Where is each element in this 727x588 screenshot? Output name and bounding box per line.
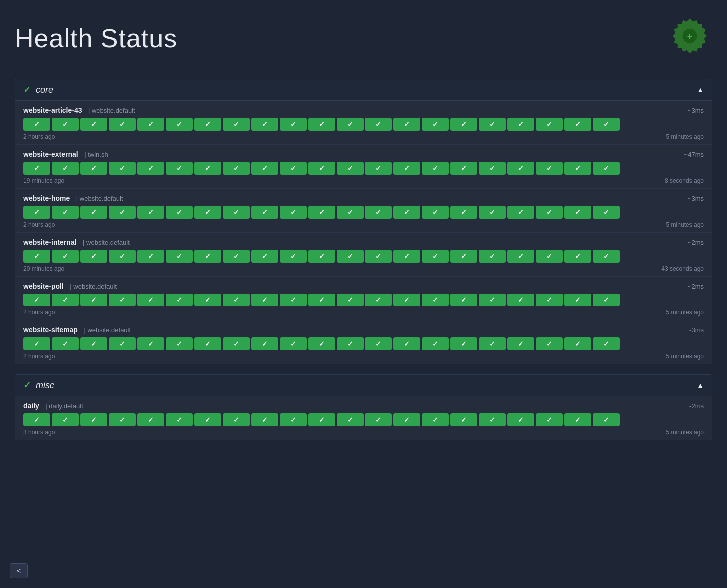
check-badge: ✓ [251,206,278,219]
check-badge: ✓ [365,162,392,175]
check-badge: ✓ [393,413,420,426]
check-badge: ✓ [450,206,477,219]
check-badge: ✓ [593,413,620,426]
section-collapse-icon[interactable]: ▲ [697,86,704,94]
check-badge: ✓ [166,118,193,131]
time-start: 2 hours ago [23,133,55,140]
check-badge: ✓ [507,413,534,426]
check-badge: ✓ [337,206,364,219]
service-namespace: | website.default [88,107,135,114]
check-badge: ✓ [166,294,193,306]
check-badge: ✓ [393,250,420,263]
check-badge: ✓ [564,294,591,306]
service-timestamps: 2 hours ago 5 minutes ago [23,353,704,360]
service-header: website-poll | website.default ~2ms [23,282,704,291]
check-badge: ✓ [507,294,534,306]
check-badge: ✓ [280,206,307,219]
service-namespace: | website.default [70,283,117,290]
check-badge: ✓ [393,162,420,175]
time-end: 8 seconds ago [665,177,704,184]
time-end: 5 minutes ago [666,309,704,316]
check-badge: ✓ [223,118,250,131]
check-badge: ✓ [223,413,250,426]
check-badge: ✓ [564,413,591,426]
service-name: daily [23,402,39,410]
service-latency: ~3ms [688,195,704,202]
check-badge: ✓ [337,162,364,175]
check-badge: ✓ [479,413,506,426]
service-item-website-sitemap: website-sitemap | website.default ~3ms ✓… [15,320,712,364]
check-badge: ✓ [450,162,477,175]
check-badge: ✓ [109,118,136,131]
check-badge: ✓ [280,250,307,263]
service-name-area: website-internal | website.default [23,238,130,247]
check-badge: ✓ [337,337,364,350]
service-namespace: | website.default [76,195,123,202]
check-badge: ✓ [507,337,534,350]
logo-icon: + [667,15,712,62]
check-badge: ✓ [251,250,278,263]
time-start: 20 minutes ago [23,265,64,272]
check-badge: ✓ [23,250,50,263]
check-badge: ✓ [450,413,477,426]
check-badge: ✓ [166,206,193,219]
check-badge: ✓ [479,118,506,131]
section-name: core [36,85,53,95]
service-namespace: | website.default [83,239,130,246]
check-badge: ✓ [109,294,136,306]
check-badge: ✓ [194,206,221,219]
check-badge: ✓ [280,337,307,350]
check-badge: ✓ [393,206,420,219]
check-badge: ✓ [194,337,221,350]
check-badge: ✓ [308,413,335,426]
check-badge: ✓ [422,337,449,350]
check-badge: ✓ [194,294,221,306]
back-button[interactable]: < [10,563,28,578]
check-badge: ✓ [450,250,477,263]
section-header-misc[interactable]: ✓ misc ▲ [15,375,712,396]
check-badge: ✓ [593,337,620,350]
service-timestamps: 2 hours ago 5 minutes ago [23,221,704,228]
check-badge: ✓ [52,413,79,426]
check-badge: ✓ [251,162,278,175]
check-badge: ✓ [80,413,107,426]
check-badge: ✓ [536,162,563,175]
service-latency: ~3ms [688,107,704,114]
check-badge: ✓ [280,413,307,426]
checks-row: ✓✓✓✓✓✓✓✓✓✓✓✓✓✓✓✓✓✓✓✓✓ [23,250,704,263]
time-end: 43 seconds ago [661,265,704,272]
check-badge: ✓ [536,250,563,263]
check-badge: ✓ [194,162,221,175]
check-badge: ✓ [166,250,193,263]
check-badge: ✓ [194,118,221,131]
check-badge: ✓ [23,118,50,131]
check-badge: ✓ [479,337,506,350]
check-badge: ✓ [109,337,136,350]
check-badge: ✓ [280,118,307,131]
service-latency: ~2ms [688,402,704,410]
service-header: website-external | twin.sh ~47ms [23,150,704,159]
service-name: website-article-43 [23,106,82,114]
check-badge: ✓ [479,250,506,263]
service-timestamps: 19 minutes ago 8 seconds ago [23,177,704,184]
check-badge: ✓ [479,206,506,219]
time-start: 3 hours ago [23,429,55,436]
service-latency: ~3ms [688,326,704,334]
checks-row: ✓✓✓✓✓✓✓✓✓✓✓✓✓✓✓✓✓✓✓✓✓ [23,206,704,219]
time-start: 19 minutes ago [23,177,64,184]
section-header-core[interactable]: ✓ core ▲ [15,79,712,101]
service-timestamps: 2 hours ago 5 minutes ago [23,309,704,316]
service-name-area: daily | daily.default [23,401,83,410]
section-collapse-icon[interactable]: ▲ [697,381,704,389]
service-namespace: | daily.default [45,402,83,410]
check-badge: ✓ [308,162,335,175]
check-badge: ✓ [337,250,364,263]
service-header: website-home | website.default ~3ms [23,194,704,203]
check-badge: ✓ [365,250,392,263]
check-badge: ✓ [251,294,278,306]
check-badge: ✓ [422,250,449,263]
service-item-website-home: website-home | website.default ~3ms ✓✓✓✓… [15,189,712,233]
check-badge: ✓ [564,206,591,219]
time-end: 5 minutes ago [666,221,704,228]
check-badge: ✓ [536,206,563,219]
